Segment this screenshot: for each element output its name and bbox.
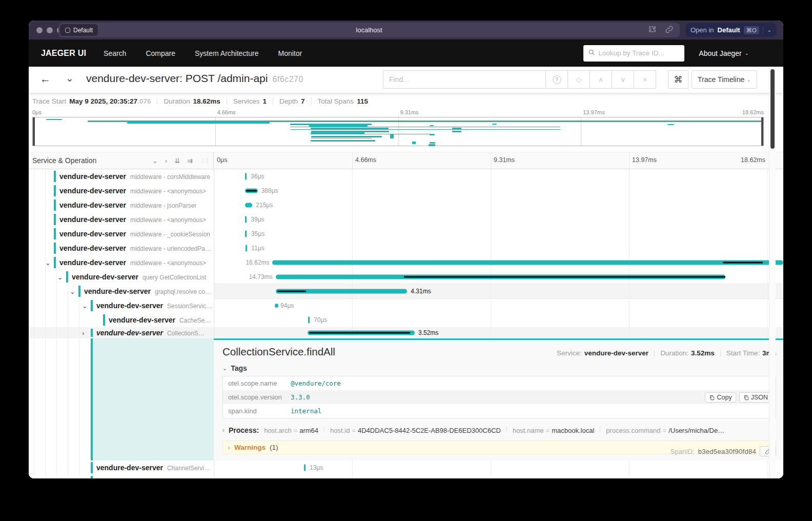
span-row[interactable]: vendure-dev-servermiddleware - <anonymou… [29, 212, 783, 227]
span-bar-cell[interactable]: 94μs [214, 298, 783, 313]
span-bar-cell[interactable]: 13μs [214, 460, 783, 475]
span-bar-cell[interactable]: 35μs [214, 227, 783, 241]
span-bar-cell[interactable]: 14.73ms [214, 270, 783, 284]
span-bar[interactable] [308, 317, 310, 324]
tags-section-toggle[interactable]: ⌄ Tags [222, 364, 776, 372]
next-result-button[interactable]: ∨ [612, 70, 634, 89]
span-row[interactable]: vendure-dev-servermiddleware - urlencode… [29, 241, 783, 255]
nav-item-compare[interactable]: Compare [146, 49, 175, 57]
find-input[interactable] [383, 70, 546, 89]
span-name-cell[interactable]: vendure-dev-servermiddleware - _cookieSe… [29, 227, 214, 241]
tag-key: otel.scope.name [223, 379, 291, 387]
expand-one-icon[interactable]: › [165, 157, 167, 165]
back-arrow-icon[interactable]: ← [40, 73, 51, 85]
clear-search-button[interactable]: × [634, 70, 656, 89]
nav-item-system-architecture[interactable]: System Architecture [195, 49, 259, 57]
close-window-icon[interactable] [36, 27, 43, 33]
span-bar[interactable] [276, 289, 408, 294]
scrollbar-thumb[interactable] [770, 69, 775, 149]
tag-row[interactable]: otel.scope.version3.3.0 [223, 390, 776, 404]
viewport-handle-right[interactable] [761, 117, 763, 146]
trace-id-input[interactable] [598, 49, 680, 57]
span-bar[interactable] [245, 231, 247, 237]
span-bar[interactable] [308, 331, 415, 335]
url-bar[interactable]: Default localhost [58, 23, 680, 37]
nav-item-monitor[interactable]: Monitor [278, 49, 302, 57]
span-name-cell[interactable]: ›vendure-dev-serverCollectionS… [29, 327, 214, 338]
span-bar-cell[interactable]: 3.52ms [214, 327, 783, 338]
trace-view-select[interactable]: Trace Timeline ⌄ [692, 70, 757, 89]
span-name-cell[interactable]: ⌄vendure-dev-serverquery GetCollectionLi… [29, 270, 214, 284]
span-bar-cell[interactable]: 16.62ms [214, 255, 783, 270]
span-row[interactable]: ⌄vendure-dev-serverquery GetCollectionLi… [29, 270, 783, 284]
about-jaeger-menu[interactable]: About Jaeger ⌄ [699, 49, 749, 57]
span-bar-cell[interactable]: 36μs [214, 169, 783, 184]
span-row[interactable]: ⌄vendure-dev-servermiddleware - <anonymo… [29, 255, 783, 270]
span-name-cell[interactable]: vendure-dev-serverCacheSe… [29, 313, 214, 327]
span-name-cell[interactable]: ⌄vendure-dev-serverSessionServic… [29, 298, 214, 313]
expand-toggle-icon[interactable]: ⌄ [82, 302, 88, 310]
collapse-all-icon[interactable]: ⇊ [174, 157, 180, 165]
span-bar[interactable] [245, 189, 258, 193]
vertical-scrollbar[interactable] [769, 67, 776, 478]
span-bar[interactable] [245, 216, 247, 223]
span-bar-cell[interactable]: 388μs [214, 184, 783, 198]
span-row[interactable]: vendure-dev-servermiddleware - corsMiddl… [29, 169, 783, 184]
span-name-cell[interactable]: vendure-dev-servermiddleware - jsonParse… [29, 198, 214, 212]
span-bar[interactable] [245, 203, 252, 208]
span-bar-cell[interactable]: 4.31ms [214, 284, 783, 298]
prev-result-button[interactable]: ∧ [590, 70, 612, 89]
expand-toggle-icon[interactable]: ⌄ [57, 273, 63, 281]
chevron-down-icon[interactable]: ⌄ [767, 27, 772, 33]
copy-tags-button[interactable]: Copy [705, 392, 736, 403]
open-in-default-button[interactable]: Open in Default ⌘O ⌄ [685, 23, 777, 37]
nav-item-search[interactable]: Search [104, 49, 126, 57]
collapse-trace-icon[interactable]: ⌄ [66, 72, 74, 84]
span-bar[interactable] [245, 173, 247, 180]
collapse-one-icon[interactable]: ⌄ [152, 157, 158, 165]
span-row[interactable]: vendure-dev-servermiddleware - jsonParse… [29, 198, 783, 212]
span-name-cell[interactable]: vendure-dev-servermiddleware - <anonymou… [29, 212, 214, 227]
span-bar[interactable] [272, 260, 783, 265]
trace-minimap[interactable] [32, 117, 764, 146]
span-bar-cell[interactable]: 39μs [214, 212, 783, 227]
span-name-cell[interactable]: vendure-dev-serverChannelServi… [29, 460, 214, 475]
span-name-cell[interactable]: ⌄vendure-dev-servergraphql.resolve co… [29, 284, 214, 298]
find-help-button[interactable]: ? [545, 70, 568, 89]
column-resize-handle[interactable]: ⋮⋮ [200, 157, 209, 164]
span-bar[interactable] [275, 304, 278, 308]
span-row[interactable]: vendure-dev-servermiddleware - _cookieSe… [29, 227, 783, 241]
span-name-cell[interactable]: ⌄vendure-dev-servermiddleware - <anonymo… [29, 255, 214, 270]
span-row[interactable]: ⌄vendure-dev-serverSessionServic…94μs [29, 298, 783, 313]
json-tags-button[interactable]: JSON [739, 392, 772, 403]
span-name-cell[interactable]: vendure-dev-servermiddleware - <anonymou… [29, 184, 214, 198]
span-bar-cell[interactable]: 215μs [214, 198, 783, 212]
jaeger-logo[interactable]: JAEGER UI [41, 49, 86, 58]
span-bar[interactable] [246, 245, 247, 252]
expand-toggle-icon[interactable]: ⌄ [45, 259, 51, 267]
copy-link-icon[interactable] [665, 25, 674, 34]
span-row[interactable]: vendure-dev-serverCacheSe…70μs [29, 313, 783, 327]
process-section-toggle[interactable]: › Process: host.arch=arm64host.id=4D4DDA… [222, 426, 776, 435]
trace-id-search[interactable] [583, 45, 684, 62]
span-row[interactable]: vendure-dev-servermiddleware - <anonymou… [29, 184, 783, 198]
span-bar-cell[interactable]: 70μs [214, 313, 783, 327]
expand-toggle-icon[interactable]: ⌄ [70, 288, 75, 295]
viewport-handle-left[interactable] [33, 117, 35, 146]
tag-row[interactable]: otel.scope.name@vendure/core [223, 376, 776, 390]
span-bar-cell[interactable]: 11μs [214, 241, 783, 255]
expand-all-icon[interactable]: ⇉ [187, 157, 193, 165]
span-row[interactable]: ⌄vendure-dev-servergraphql.resolve co…4.… [29, 284, 783, 298]
specific-spans-button[interactable]: ◇ [567, 70, 590, 89]
tag-row[interactable]: span.kindinternal [223, 404, 776, 418]
extensions-icon[interactable] [648, 25, 657, 34]
minimize-window-icon[interactable] [47, 27, 53, 33]
span-row[interactable]: ›vendure-dev-serverCollectionS…3.52ms [29, 327, 783, 338]
span-name-cell[interactable]: vendure-dev-servermiddleware - urlencode… [29, 241, 214, 255]
span-name-cell[interactable]: vendure-dev-servermiddleware - corsMiddl… [29, 169, 214, 184]
span-row[interactable]: vendure-dev-serverChannelServi…13μs [29, 460, 783, 475]
expand-toggle-icon[interactable]: › [82, 329, 84, 337]
span-bar[interactable] [304, 465, 306, 471]
keyboard-shortcuts-button[interactable]: ⌘ [668, 70, 688, 89]
span-bar[interactable] [276, 275, 726, 279]
